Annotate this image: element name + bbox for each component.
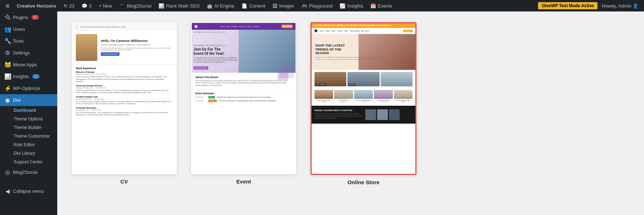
adminbar-content[interactable]: 📄 Content (239, 0, 268, 11)
sidebar-item-insights[interactable]: 📊 Insights 11 (0, 71, 57, 82)
rankmath-label: Rank Math SEO (166, 3, 200, 9)
sidebar-item-plugins[interactable]: 🔌 Plugins 17 (0, 11, 57, 23)
events-icon: 📅 (370, 3, 376, 9)
support-center-label: Support Center (14, 159, 43, 164)
sidebar: 🔌 Plugins 17 👥 Users 🔧 Tools ⚙ Settings … (0, 11, 57, 215)
givewp-label: GiveWP Test Mode Active (542, 3, 594, 8)
updates-count: 23 (69, 3, 74, 9)
wp-icon: ⊞ (6, 3, 10, 9)
event-header: HomeBlogProjectsResumeShopContact Get Ti… (192, 23, 296, 30)
store-product-3: CIRCLE SUNGLASSES $35.00 (354, 90, 373, 103)
images-label: Images (279, 3, 294, 9)
content-icon: 📄 (241, 3, 247, 9)
adminbar-home[interactable]: ⊞ (3, 0, 13, 11)
admin-avatar-icon: 👤 (633, 3, 638, 9)
event-schedule: Event Schedule 10:05 AM Charity Explore … (192, 90, 296, 105)
sidebar-item-blog2social[interactable]: ◎ Blog2Social (0, 166, 57, 178)
adminbar-insights[interactable]: 📈 Insights (337, 0, 366, 11)
sidebar-item-theme-options[interactable]: Theme Options (11, 115, 57, 123)
adminbar-playground[interactable]: 🎮 Playground (299, 0, 336, 11)
divi-submenu: Dashboard Theme Options Theme Builder Th… (0, 106, 57, 166)
adminbar-blog2social[interactable]: 📱 Blog2Social (116, 0, 154, 11)
adminbar-site-name[interactable]: Creative Horizons (14, 0, 59, 11)
cv-header: Home Projects Resume Shop Contact Blog G… (72, 23, 176, 30)
adminbar-comments[interactable]: 💬 0 (79, 0, 94, 11)
insights-sidebar-icon: 📊 (4, 73, 11, 80)
comments-count: 0 (89, 3, 92, 9)
divi-label: Divi (13, 97, 21, 103)
template-grid: Home Projects Resume Shop Contact Blog G… (72, 22, 630, 185)
settings-icon: ⚙ (4, 49, 11, 56)
store-mini-card-2: ON SALE (347, 72, 379, 86)
plugins-icon: 🔌 (4, 14, 11, 21)
sidebar-item-theme-customizer[interactable]: Theme Customizer (11, 132, 57, 140)
blog2social-sidebar-label: Blog2Social (13, 169, 38, 175)
store-mini-card-3 (381, 72, 413, 86)
cv-photo (76, 34, 97, 61)
sidebar-item-settings[interactable]: ⚙ Settings (0, 47, 57, 59)
wpoptimize-label: WP-Optimize (13, 86, 40, 91)
template-preview-store[interactable]: GET FREE SHIPPING ON THE ORDER OF $75 OR… (311, 22, 416, 175)
store-product-2: SUEDE HEELS $89.00 (334, 90, 353, 103)
site-name-label: Creative Horizons (17, 3, 57, 9)
content-label: Content (249, 3, 265, 9)
sidebar-item-divi-library[interactable]: Divi Library (11, 149, 57, 158)
users-label: Users (13, 27, 25, 32)
admin-bar: ⊞ Creative Horizons ↻ 23 💬 0 + New 📱 Blo… (0, 0, 644, 11)
adminbar-images[interactable]: 🖼 Images (270, 0, 297, 11)
store-product-4: EXTRA WIDE BAG $120.00 (374, 90, 392, 103)
insights-sidebar-label: Insights (13, 74, 29, 79)
updates-icon: ↻ (64, 3, 68, 9)
adminbar-rankmath[interactable]: 📊 Rank Math SEO (156, 0, 203, 11)
insights-badge: 11 (32, 74, 40, 79)
sidebar-item-divi[interactable]: ◉ Divi (0, 94, 57, 106)
sidebar-item-wpoptimize[interactable]: ⚡ WP-Optimize (0, 82, 57, 94)
cv-label: CV (121, 178, 128, 185)
template-preview-cv[interactable]: Home Projects Resume Shop Contact Blog G… (72, 22, 177, 174)
sidebar-item-meowapps[interactable]: 🐱 Meow Apps (0, 59, 57, 71)
images-icon: 🖼 (273, 3, 277, 9)
cv-intro: Hello, I'm Cameron Williamson Director o… (101, 39, 172, 56)
blog2social-icon: 📱 (119, 3, 125, 9)
sidebar-item-tools[interactable]: 🔧 Tools (0, 35, 57, 47)
comments-icon: 💬 (82, 3, 87, 9)
store-featured-grid: SHOP CATALOG ON SALE (312, 70, 415, 89)
ai-icon: 🤖 (207, 3, 213, 9)
settings-label: Settings (13, 50, 30, 56)
sidebar-item-dashboard[interactable]: Dashboard (11, 106, 57, 115)
events-label: Events (378, 3, 392, 9)
template-card-store: GET FREE SHIPPING ON THE ORDER OF $75 OR… (311, 22, 416, 185)
plugins-label: Plugins (13, 15, 28, 20)
tools-icon: 🔧 (4, 38, 11, 44)
store-mini-card-1: SHOP CATALOG (314, 72, 346, 86)
howdy-label: Howdy, Admin (602, 3, 631, 9)
event-about-section: About The Event This annual meeting of c… (192, 73, 296, 90)
givewp-badge[interactable]: GiveWP Test Mode Active (538, 2, 597, 9)
role-editor-label: Role Editor (14, 142, 35, 147)
cv-hero: Hello, I'm Cameron Williamson Director o… (72, 30, 176, 64)
collapse-icon: ◀ (4, 188, 11, 195)
store-nav: HomeAboutShopContactBlogTheme Builder▶ P… (312, 28, 415, 34)
adminbar-howdy[interactable]: Howdy, Admin 👤 (599, 3, 641, 9)
adminbar-events[interactable]: 📅 Events (367, 0, 395, 11)
template-card-cv: Home Projects Resume Shop Contact Blog G… (72, 22, 177, 185)
store-product-1: BLUE SUNGLASSES $49.00 (314, 90, 333, 103)
sidebar-item-role-editor[interactable]: Role Editor (11, 140, 57, 149)
sidebar-item-theme-builder[interactable]: Theme Builder (11, 123, 57, 132)
adminbar-updates[interactable]: ↻ 23 (61, 0, 77, 11)
blog2social-label: Blog2Social (127, 3, 151, 9)
divi-icon: ◉ (4, 97, 11, 104)
sidebar-collapse[interactable]: ◀ Collapse menu (0, 185, 57, 197)
meow-icon: 🐱 (4, 61, 11, 68)
blog2social-sidebar-icon: ◎ (4, 169, 11, 176)
store-top-bar: GET FREE SHIPPING ON THE ORDER OF $75 OR… (312, 23, 415, 28)
adminbar-new[interactable]: + New (96, 0, 115, 11)
main-content: Home Projects Resume Shop Contact Blog G… (57, 11, 644, 215)
sidebar-item-users[interactable]: 👥 Users (0, 23, 57, 35)
template-preview-event[interactable]: HomeBlogProjectsResumeShopContact Get Ti… (191, 22, 296, 174)
playground-label: Playground (309, 3, 333, 9)
collapse-label: Collapse menu (13, 188, 44, 194)
adminbar-aiengine[interactable]: 🤖 AI Engine (204, 0, 237, 11)
sidebar-item-support-center[interactable]: Support Center (11, 158, 57, 166)
playground-icon: 🎮 (302, 3, 307, 9)
